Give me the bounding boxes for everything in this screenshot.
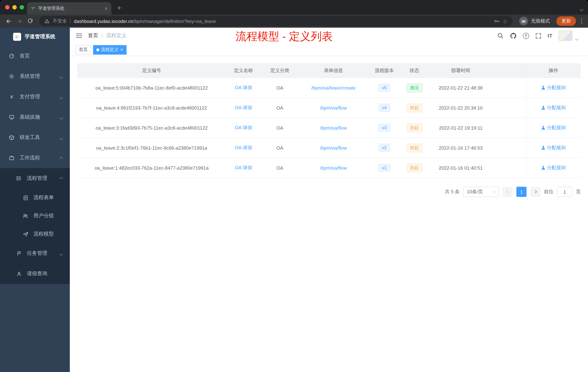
reload-icon[interactable] [25, 16, 35, 26]
sidebar-item-process-mgmt[interactable]: 流程管理 [0, 168, 70, 188]
flag-icon [16, 251, 22, 256]
list-icon [16, 175, 22, 181]
sidebar-item-leave-query[interactable]: 请假查询 [0, 263, 70, 284]
monitor-icon [9, 114, 15, 120]
tags-view-bar: 首页 流程定义 × [70, 44, 588, 56]
definition-category: OA [261, 158, 299, 178]
prev-page-button[interactable] [503, 187, 513, 197]
deploy-time: 2022-01-22 21:48:38 [428, 78, 494, 98]
sidebar-item-infra[interactable]: 基础设施 [0, 107, 70, 127]
definition-name-link[interactable]: OA 请假 [235, 144, 252, 151]
assign-rule-button[interactable]: 分配规则 [541, 124, 566, 131]
sidebar-item-task-mgmt[interactable]: 任务管理 [0, 243, 70, 263]
assign-rule-button[interactable]: 分配规则 [541, 164, 566, 171]
font-size-icon[interactable]: tT [548, 33, 552, 39]
deploy-time: 2022-01-22 19:19:11 [428, 118, 494, 138]
browser-tab[interactable]: 芋道管理系统 × [27, 2, 111, 15]
next-page-button[interactable] [530, 187, 540, 197]
table-header-row: 定义编号 定义名称 定义分类 表单信息 流程版本 状态 部署时间 操作 [77, 63, 581, 78]
chevron-down-icon [60, 94, 63, 100]
new-tab-button[interactable]: + [114, 3, 124, 13]
assign-rule-button[interactable]: 分配规则 [541, 144, 566, 151]
definition-category: OA [261, 138, 299, 158]
help-icon[interactable]: ? [523, 33, 529, 39]
hamburger-icon[interactable] [76, 33, 82, 39]
form-link[interactable]: /bpm/oa/flow [320, 125, 347, 131]
user-icon [541, 106, 546, 110]
sidebar-item-process-model[interactable]: 流程模型 [0, 225, 70, 243]
fullscreen-icon[interactable] [535, 33, 541, 39]
definition-name-link[interactable]: OA 请假 [235, 164, 252, 171]
definition-id: oa_leave:3:1fad3d93-7b75-11ec-a3c8-acde4… [77, 118, 226, 138]
definition-name-link[interactable]: OA 请假 [235, 85, 252, 91]
sidebar-item-label: 流程管理 [27, 175, 47, 182]
zoom-window-button[interactable] [20, 5, 24, 10]
sidebar-item-home[interactable]: 首页 [0, 46, 70, 66]
status-badge: 挂起 [406, 123, 422, 132]
goto-label: 前往 [544, 188, 554, 195]
browser-update-button[interactable]: 更新 [556, 16, 576, 26]
breadcrumb: 首页 / 流程定义 [88, 33, 126, 39]
form-link[interactable]: /bpm/oa/leave/create [311, 85, 356, 90]
url-text: dashboard.yudao.iocoder.cn/bpm/manager/d… [74, 18, 216, 24]
back-icon[interactable] [4, 16, 13, 26]
user-avatar[interactable] [558, 31, 572, 41]
bookmark-star-icon[interactable]: ☆ [503, 18, 508, 24]
dashboard-icon [9, 53, 15, 59]
browser-menu-kebab-icon[interactable] [579, 18, 584, 24]
sidebar-item-user-group[interactable]: 用户分组 [0, 207, 70, 225]
search-icon[interactable] [497, 33, 504, 39]
header-status: 状态 [401, 63, 428, 77]
tag-home[interactable]: 首页 [76, 45, 91, 55]
definition-name-link[interactable]: OA 请假 [235, 124, 252, 131]
form-link[interactable]: /bpm/oa/flow [320, 145, 347, 151]
breadcrumb-current: 流程定义 [106, 33, 126, 39]
assign-rule-button[interactable]: 分配规则 [541, 85, 566, 91]
gear-icon [9, 74, 15, 79]
sidebar-logo[interactable]: 芋道管理系统 [0, 28, 70, 46]
page-unit-label: 页 [576, 188, 581, 195]
password-key-icon[interactable] [494, 18, 499, 24]
tag-close-icon[interactable]: × [120, 47, 123, 52]
sidebar-item-devtools[interactable]: 研发工具 [0, 127, 70, 148]
assign-rule-button[interactable]: 分配规则 [541, 104, 566, 111]
window-controls [5, 5, 24, 10]
sidebar-item-system[interactable]: 系统管理 [0, 66, 70, 87]
user-icon [541, 146, 546, 150]
sidebar-item-payment[interactable]: ¥ 支付管理 [0, 87, 70, 107]
tab-search-icon[interactable] [580, 5, 583, 12]
browser-toolbar: 不安全 dashboard.yudao.iocoder.cn/bpm/manag… [0, 15, 588, 28]
browser-tab-strip: 芋道管理系统 × + [0, 0, 588, 15]
goto-page-input[interactable] [557, 187, 572, 197]
tag-process-definition[interactable]: 流程定义 × [93, 45, 126, 55]
sidebar-item-workflow[interactable]: 工作流程 [0, 148, 70, 168]
form-link[interactable]: /bpm/oa/flow [320, 165, 347, 171]
toolbox-icon [9, 135, 15, 141]
avatar-caret-down-icon[interactable] [576, 35, 578, 42]
page-size-select[interactable]: 10条/页 [463, 187, 499, 197]
tab-title: 芋道管理系统 [38, 5, 102, 11]
sidebar-item-process-form[interactable]: 流程表单 [0, 188, 70, 207]
tab-close-icon[interactable]: × [105, 6, 108, 11]
page-annotation-title: 流程模型 - 定义列表 [236, 29, 333, 44]
security-label: 不安全 [53, 18, 67, 24]
close-window-button[interactable] [5, 5, 10, 10]
version-badge: v3 [378, 124, 390, 132]
address-bar[interactable]: 不安全 dashboard.yudao.iocoder.cn/bpm/manag… [39, 16, 513, 26]
chevron-down-icon [60, 114, 63, 120]
incognito-badge: 无痕模式 [519, 17, 550, 25]
status-badge: 挂起 [406, 163, 422, 172]
sidebar-item-label: 流程模型 [33, 231, 54, 237]
forward-icon[interactable] [15, 16, 24, 26]
minimize-window-button[interactable] [12, 5, 17, 10]
screenshot-root: 芋道管理系统 × + 不安全 dashboard.yudao.iocoder.c… [0, 0, 588, 372]
github-icon[interactable] [510, 32, 517, 39]
sidebar-item-label: 首页 [20, 53, 30, 59]
sidebar-item-label: 工作流程 [20, 155, 40, 161]
definition-name-link[interactable]: OA 请假 [235, 104, 252, 111]
header-form-info: 表单信息 [299, 63, 368, 77]
breadcrumb-home[interactable]: 首页 [88, 33, 98, 39]
current-page-button[interactable]: 1 [516, 187, 526, 197]
form-link[interactable]: /bpm/oa/flow [320, 105, 347, 110]
chevron-down-icon [60, 135, 63, 141]
